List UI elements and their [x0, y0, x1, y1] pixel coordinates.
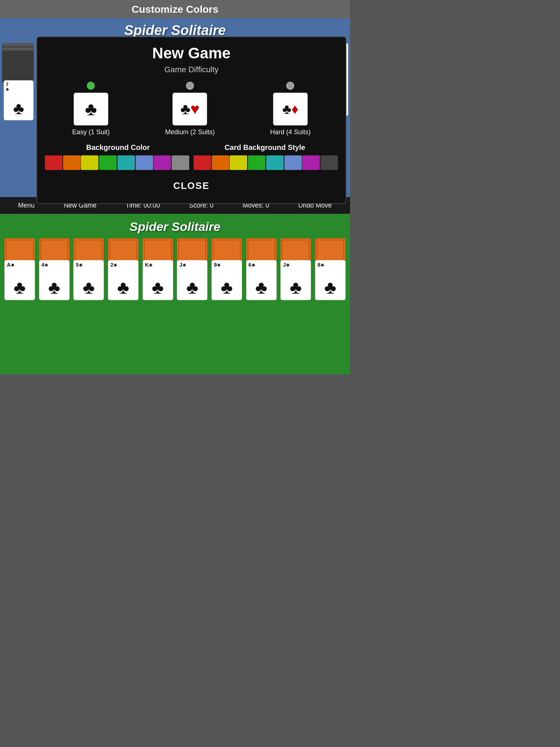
col-4[interactable]: 2♣ ♣	[107, 238, 139, 300]
modal-subtitle: Game Difficulty	[44, 65, 338, 74]
bg-color-swatches	[44, 155, 190, 170]
card-swatch-green[interactable]	[248, 155, 265, 170]
bg-color-label: Background Color	[44, 143, 191, 152]
card-swatch-orange[interactable]	[212, 155, 229, 170]
col-7-face: 9♣ ♣	[211, 260, 242, 300]
hard-card: ♣♦	[273, 93, 308, 125]
bg-swatch-teal[interactable]	[117, 155, 135, 170]
menu-button[interactable]: Menu	[18, 202, 35, 209]
col-5-face: K♣ ♣	[143, 260, 173, 300]
col-8[interactable]: 6♣ ♣	[245, 238, 277, 300]
col-9[interactable]: J♣ ♣	[280, 238, 312, 300]
card-swatch-dark[interactable]	[320, 155, 338, 170]
bg-swatch-gray[interactable]	[172, 155, 189, 170]
medium-card: ♣♥	[172, 93, 207, 125]
card-bg-label: Card Background Style	[191, 143, 338, 152]
bg-swatch-blue[interactable]	[136, 155, 153, 170]
difficulty-medium[interactable]: ♣♥ Medium (2 Suits)	[165, 82, 215, 136]
easy-card: ♣	[74, 93, 108, 125]
stack-pile-1	[2, 43, 34, 83]
col-6[interactable]: J♣ ♣	[176, 238, 208, 300]
col-5[interactable]: K♣ ♣	[142, 238, 174, 300]
radio-easy[interactable]	[87, 82, 95, 90]
card-swatch-yellow[interactable]	[230, 155, 247, 170]
col-8-face: 6♣ ♣	[246, 260, 277, 300]
col-7[interactable]: 9♣ ♣	[211, 238, 243, 300]
game-area-top: Spider Solitaire 7♣ ♣ 8♣	[0, 18, 350, 197]
difficulty-easy[interactable]: ♣ Easy (1 Suit)	[72, 82, 110, 136]
card-swatch-teal[interactable]	[266, 155, 284, 170]
card-swatch-purple[interactable]	[302, 155, 320, 170]
col-10-face: 8♣ ♣	[315, 260, 346, 300]
col-10[interactable]: 8♣ ♣	[314, 238, 346, 300]
medium-label: Medium (2 Suits)	[165, 128, 215, 136]
easy-label: Easy (1 Suit)	[72, 128, 110, 136]
card-7-clubs[interactable]: 7♣ ♣	[4, 80, 34, 120]
color-section: Background Color Card Background Style	[44, 143, 338, 170]
card-color-swatches	[193, 155, 338, 170]
game-area-bottom: Spider Solitaire A♣ ♣ 4♣ ♣	[0, 214, 350, 374]
col-3-face: 5♣ ♣	[73, 260, 104, 300]
bottom-card-columns: A♣ ♣ 4♣ ♣ 5♣ ♣	[2, 238, 348, 300]
col-2-face: 4♣ ♣	[39, 260, 70, 300]
card-swatch-blue[interactable]	[284, 155, 302, 170]
col-9-face: J♣ ♣	[280, 260, 311, 300]
card-swatch-red[interactable]	[194, 155, 211, 170]
difficulty-hard[interactable]: ♣♦ Hard (4 Suits)	[270, 82, 311, 136]
col-1[interactable]: A♣ ♣	[4, 238, 36, 300]
radio-hard[interactable]	[286, 82, 294, 90]
hard-label: Hard (4 Suits)	[270, 128, 311, 136]
col-1-face: A♣ ♣	[4, 260, 35, 300]
radio-medium[interactable]	[186, 82, 194, 90]
customize-colors-title: Customize Colors	[132, 4, 218, 15]
color-section-labels: Background Color Card Background Style	[44, 143, 338, 152]
bg-swatch-yellow[interactable]	[81, 155, 98, 170]
col-2[interactable]: 4♣ ♣	[38, 238, 70, 300]
bg-swatch-green[interactable]	[99, 155, 117, 170]
bg-swatch-purple[interactable]	[153, 155, 171, 170]
col-6-face: J♣ ♣	[177, 260, 207, 300]
modal-title: New Game	[44, 44, 338, 62]
col-4-face: 2♣ ♣	[108, 260, 139, 300]
difficulty-row: ♣ Easy (1 Suit) ♣♥ Medium (2 Suits)	[44, 82, 338, 136]
top-bar: Customize Colors	[0, 0, 350, 18]
close-button[interactable]: CLOSE	[44, 176, 338, 196]
new-game-modal: New Game Game Difficulty ♣ Easy (1 Suit)…	[36, 36, 346, 204]
bg-swatch-red[interactable]	[45, 155, 62, 170]
col-3[interactable]: 5♣ ♣	[73, 238, 105, 300]
spider-solitaire-title-bottom: Spider Solitaire	[2, 217, 348, 238]
bg-swatch-orange[interactable]	[63, 155, 81, 170]
